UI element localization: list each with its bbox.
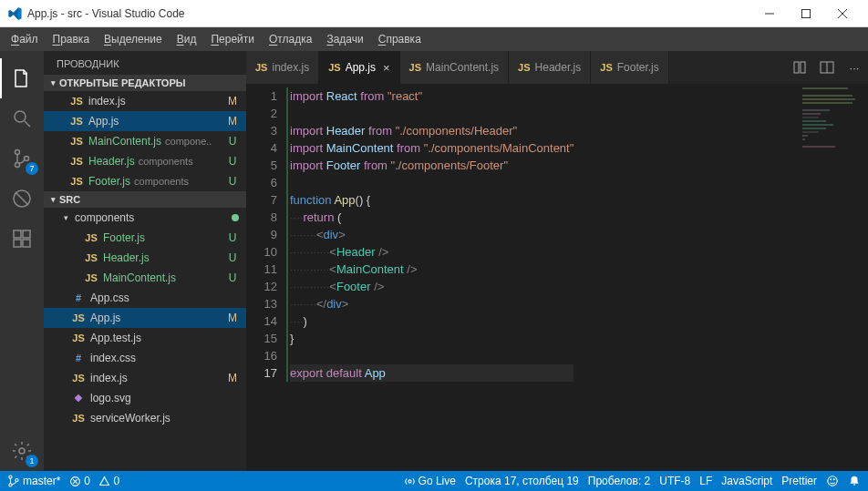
code-line[interactable]: import MainContent from "./components/Ma… (290, 139, 574, 157)
folder-components[interactable]: ▾components (44, 208, 246, 228)
notifications-item[interactable] (848, 475, 861, 487)
open-editors-header[interactable]: ▾ОТКРЫТЫЕ РЕДАКТОРЫ (44, 75, 246, 91)
debug-button[interactable] (0, 179, 44, 219)
file-icon: JS (255, 62, 267, 73)
code-line[interactable]: import Header from "./components/Header" (290, 122, 574, 139)
code-line[interactable] (290, 174, 574, 191)
line-number: 5 (246, 157, 277, 174)
open-editor-item[interactable]: JS MainContent.jscompone.. U (44, 131, 246, 151)
svg-point-6 (16, 150, 20, 155)
git-status: U (226, 251, 239, 264)
code-line[interactable]: ········<div> (290, 226, 574, 243)
branch-item[interactable]: master* (7, 475, 60, 487)
file-item[interactable]: # App.css (44, 288, 246, 308)
code-lines[interactable]: import React from "react"import Header f… (290, 84, 574, 471)
extensions-button[interactable] (0, 219, 44, 259)
explorer-button[interactable] (0, 58, 44, 98)
feedback-item[interactable] (826, 475, 839, 487)
file-item[interactable]: JS Header.js U (44, 248, 246, 268)
file-item[interactable]: JS index.js M (44, 368, 246, 388)
menu-item[interactable]: Выделение (98, 31, 168, 47)
line-number: 2 (246, 105, 277, 122)
menu-item[interactable]: Файл (5, 31, 44, 47)
code-line[interactable]: ············<Footer /> (290, 278, 574, 295)
window-title: App.js - src - Visual Studio Code (27, 7, 751, 20)
eol-item[interactable]: LF (699, 475, 712, 487)
menu-item[interactable]: Перейти (205, 31, 260, 47)
code-line[interactable] (290, 105, 574, 122)
split-button[interactable] (813, 51, 841, 84)
project-header[interactable]: ▾SRC (44, 191, 246, 208)
file-icon: JS (71, 413, 86, 424)
code-line[interactable] (290, 347, 574, 364)
compare-button[interactable] (786, 51, 813, 84)
code-line[interactable]: import React from "react" (290, 87, 574, 105)
svg-point-29 (833, 479, 834, 480)
menu-item[interactable]: Задачи (321, 31, 368, 47)
code-line[interactable]: ····) (290, 312, 574, 330)
minimap[interactable] (801, 84, 855, 471)
tab-label: index.js (272, 61, 309, 74)
file-item[interactable]: JS MainContent.js U (44, 268, 246, 288)
file-item[interactable]: # index.css (44, 348, 246, 368)
maximize-button[interactable] (788, 0, 824, 27)
close-button[interactable] (824, 0, 861, 27)
code-line[interactable]: } (290, 330, 574, 347)
menu-item[interactable]: Правка (47, 31, 96, 47)
git-dot-icon (232, 214, 239, 221)
golive-item[interactable]: Go Live (404, 475, 456, 487)
menu-item[interactable]: Справка (373, 31, 427, 47)
open-editor-item[interactable]: JS App.js M (44, 111, 246, 131)
line-number: 16 (246, 347, 277, 364)
vertical-scrollbar[interactable] (857, 84, 868, 471)
lang-item[interactable]: JavaScript (721, 475, 772, 487)
editor-tab[interactable]: JS index.js (246, 51, 319, 84)
open-editor-item[interactable]: JS Footer.jscomponents U (44, 171, 246, 191)
code-line[interactable]: ········</div> (290, 295, 574, 312)
editor-tab[interactable]: JS Header.js (509, 51, 591, 84)
project-label: SRC (59, 194, 80, 205)
indent-item[interactable]: Пробелов: 2 (588, 475, 651, 487)
svg-rect-12 (14, 240, 21, 247)
file-item[interactable]: JS App.test.js (44, 328, 246, 348)
code-area[interactable]: 1234567891011121314151617 import React f… (246, 84, 868, 471)
search-button[interactable] (0, 98, 44, 138)
svg-point-28 (831, 479, 832, 480)
code-line[interactable]: import Footer from "./components/Footer" (290, 157, 574, 174)
git-status: M (226, 372, 239, 384)
settings-button[interactable]: 1 (0, 431, 44, 471)
minimize-button[interactable] (751, 0, 788, 27)
file-item[interactable]: JS serviceWorker.js (44, 408, 246, 428)
scm-button[interactable]: 7 (0, 138, 44, 179)
line-number: 12 (246, 278, 277, 295)
formatter-item[interactable]: Prettier (781, 475, 817, 487)
problems-item[interactable]: 0 0 (69, 475, 119, 487)
code-line[interactable]: export default App (290, 364, 574, 382)
editor-tab[interactable]: JS Footer.js (591, 51, 669, 84)
open-editor-item[interactable]: JS index.js M (44, 91, 246, 111)
git-status: U (226, 231, 239, 244)
close-icon[interactable]: × (383, 61, 390, 75)
file-icon: # (71, 353, 86, 363)
encoding-item[interactable]: UTF-8 (659, 475, 690, 487)
file-item[interactable]: ❖ logo.svg (44, 388, 246, 408)
file-name: logo.svg (90, 392, 226, 404)
file-name: App.js (88, 115, 226, 128)
editor-tab[interactable]: JS App.js × (319, 51, 399, 84)
git-status: U (226, 155, 239, 168)
editor-tab[interactable]: JS MainContent.js (400, 51, 510, 84)
file-item[interactable]: JS Footer.js U (44, 228, 246, 248)
code-line[interactable]: ············<Header /> (290, 243, 574, 261)
file-icon: JS (69, 156, 84, 167)
code-line[interactable]: function App() { (290, 191, 574, 209)
file-item[interactable]: JS App.js M (44, 308, 246, 328)
open-editor-item[interactable]: JS Header.jscomponents U (44, 151, 246, 171)
menu-item[interactable]: Отладка (264, 31, 317, 47)
more-button[interactable]: ··· (841, 51, 868, 84)
git-status: U (226, 271, 239, 284)
code-line[interactable]: ····return ( (290, 209, 574, 226)
code-line[interactable]: ············<MainContent /> (290, 261, 574, 278)
menu-item[interactable]: Вид (171, 31, 202, 47)
git-status: M (226, 95, 239, 107)
cursor-pos-item[interactable]: Строка 17, столбец 19 (465, 475, 579, 487)
